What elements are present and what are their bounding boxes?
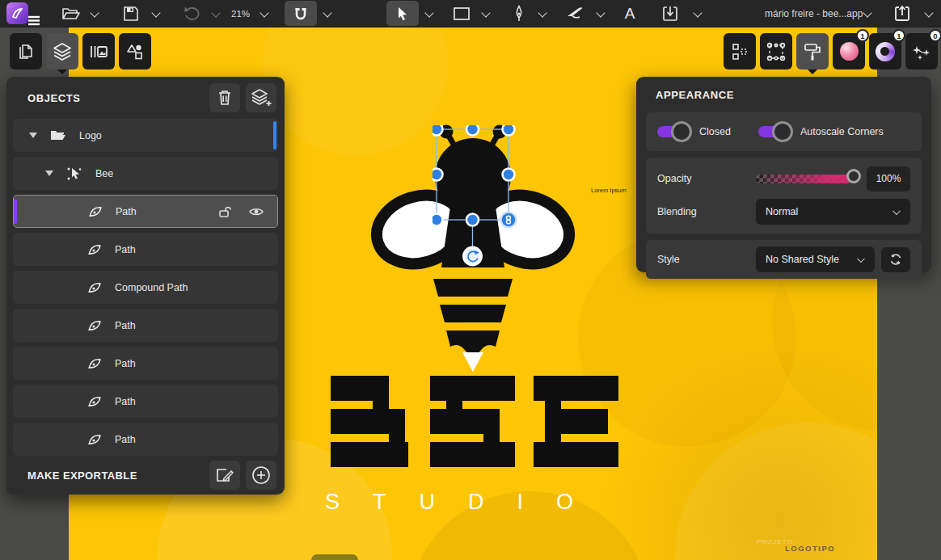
tree-row-bee[interactable]: Bee [13,157,278,190]
selection-overlay[interactable] [433,125,521,279]
menu-icon [27,14,41,27]
shared-style-dropdown[interactable]: No Shared Style [756,246,875,272]
tree-row-compound-path[interactable]: Compound Path [13,271,278,304]
pen-tool-icon [513,5,525,23]
snap-magnet-button[interactable] [293,6,309,22]
effects-count-badge: 0 [929,29,941,42]
tree-row-label: Path [115,358,136,369]
path-icon [87,432,102,447]
open-file-button[interactable] [61,6,81,22]
fill-panel-button[interactable]: 1 [833,33,865,69]
make-exportable-label: MAKE EXPORTABLE [27,469,137,482]
text-tool-button[interactable]: A [621,6,639,22]
folder-icon [50,129,66,142]
sync-style-button[interactable] [881,247,910,272]
effects-panel-button[interactable]: 0 [905,33,938,69]
tree-row-path[interactable]: Path [13,233,278,266]
blending-dropdown[interactable]: Normal [756,199,910,225]
chevron-down-icon[interactable] [91,10,99,18]
closed-toggle[interactable] [657,126,685,137]
closed-toggle-knob[interactable] [671,121,692,142]
rotate-handle[interactable] [464,247,482,265]
app-logo[interactable] [6,2,28,24]
undo-icon [183,6,200,22]
zoom-level-button[interactable]: 21% [231,9,250,19]
path-icon [87,394,102,409]
chevron-down-icon[interactable] [597,10,605,18]
stroke-icon-hole [880,47,889,56]
objects-panel-title: OBJECTS [27,92,81,104]
chevron-down-icon[interactable] [260,10,268,18]
chevron-down-icon[interactable] [425,10,433,18]
knife-tool-button[interactable] [566,6,587,22]
opacity-slider[interactable] [756,175,851,183]
add-export-button[interactable] [246,461,276,490]
add-layer-button[interactable] [246,83,276,112]
chevron-down-icon[interactable] [482,10,490,18]
unlock-icon[interactable] [217,205,232,218]
letter-e2 [534,376,618,467]
app-window: 21% A mário freire - bee...app [0,0,941,560]
stroke-panel-button[interactable]: 1 [869,33,901,69]
opacity-slider-knob[interactable] [846,169,861,183]
document-title-button[interactable]: mário freire - bee...app [765,8,863,19]
studio-text[interactable]: STUDIO [325,490,606,515]
gallery-icon [89,43,108,61]
main-toolbar: 21% A mário freire - bee...app [0,0,941,27]
save-button[interactable] [123,6,139,22]
node-edit-panel-button[interactable] [760,33,792,69]
opacity-label: Opacity [657,173,736,184]
bee-letters[interactable] [327,376,618,469]
appearance-panel-button[interactable] [796,33,829,69]
autoscale-toggle-knob[interactable] [772,121,793,142]
chevron-down-icon[interactable] [538,10,546,18]
shapes-panel-button[interactable] [119,33,151,69]
tree-row-path[interactable]: Path [13,423,278,456]
select-tool-button[interactable] [395,6,410,22]
chevron-down-icon[interactable] [863,10,871,18]
chevron-down-icon[interactable] [925,10,933,18]
tree-row-path[interactable]: Path [13,309,278,342]
gallery-panel-button[interactable] [82,33,115,69]
layers-panel-button[interactable] [46,33,78,69]
tree-row-logo[interactable]: Logo [13,119,278,152]
autoscale-corners-toggle[interactable] [758,126,786,137]
fill-icon [840,42,859,61]
layer-accent-bar [273,121,276,149]
tree-row-path-selected[interactable]: Path [13,195,278,228]
stroke-count-badge: 1 [892,29,905,42]
group-icon [66,166,82,181]
export-button[interactable] [892,4,912,23]
chevron-down-icon[interactable] [152,10,160,18]
handle-bottom-left [433,214,443,226]
pages-panel-button[interactable] [10,33,42,69]
handle-top-right [503,125,515,136]
arrange-panel-button[interactable] [724,33,756,69]
blending-value: Normal [766,206,798,217]
autoscale-corners-label: Autoscale Corners [800,126,884,137]
rectangle-tool-button[interactable] [453,6,470,21]
menu-button[interactable] [27,14,41,27]
delete-layer-button[interactable] [209,83,240,112]
chevron-down-icon[interactable] [694,10,702,18]
pen-tool-button[interactable] [513,5,525,23]
rectangle-icon [453,6,470,21]
lorem-text[interactable]: Lorem Ipsum [591,187,627,194]
tree-row-path[interactable]: Path [13,385,278,418]
chevron-down-icon[interactable] [212,10,220,18]
caret-down-icon[interactable] [45,171,53,176]
shared-style-value: No Shared Style [766,254,839,265]
caret-down-icon[interactable] [29,133,37,138]
tree-row-path[interactable]: Path [13,347,278,380]
import-button[interactable] [661,5,679,23]
opacity-value-field[interactable]: 100% [867,166,910,192]
arrange-icon [730,42,749,61]
link-handle[interactable] [501,213,517,228]
undo-button[interactable] [183,6,200,22]
document-title: mário freire - bee...app [765,8,863,19]
objects-panel: OBJECTS Logo [6,77,285,495]
make-exportable-button[interactable] [209,461,240,490]
path-icon [88,204,103,219]
chevron-down-icon[interactable] [323,10,331,18]
eye-icon[interactable] [248,206,264,217]
